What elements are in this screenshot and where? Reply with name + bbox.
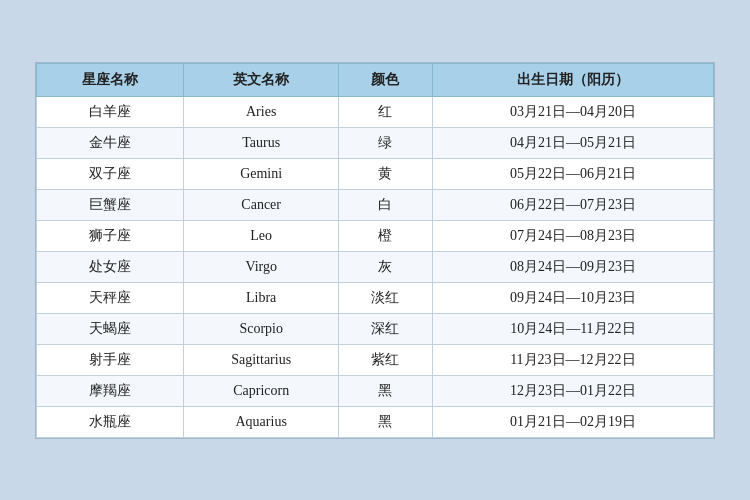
cell-dates: 10月24日—11月22日 <box>432 313 713 344</box>
table-row: 摩羯座Capricorn黑12月23日—01月22日 <box>37 375 714 406</box>
cell-dates: 04月21日—05月21日 <box>432 127 713 158</box>
cell-dates: 05月22日—06月21日 <box>432 158 713 189</box>
cell-chinese-name: 金牛座 <box>37 127 184 158</box>
header-birth-date: 出生日期（阳历） <box>432 63 713 96</box>
cell-chinese-name: 狮子座 <box>37 220 184 251</box>
cell-color: 黑 <box>339 375 433 406</box>
cell-dates: 03月21日—04月20日 <box>432 96 713 127</box>
table-row: 天蝎座Scorpio深红10月24日—11月22日 <box>37 313 714 344</box>
cell-color: 红 <box>339 96 433 127</box>
cell-color: 灰 <box>339 251 433 282</box>
cell-dates: 12月23日—01月22日 <box>432 375 713 406</box>
table-body: 白羊座Aries红03月21日—04月20日金牛座Taurus绿04月21日—0… <box>37 96 714 437</box>
table-header-row: 星座名称 英文名称 颜色 出生日期（阳历） <box>37 63 714 96</box>
cell-english-name: Capricorn <box>184 375 339 406</box>
cell-color: 橙 <box>339 220 433 251</box>
cell-color: 淡红 <box>339 282 433 313</box>
cell-english-name: Aries <box>184 96 339 127</box>
header-english-name: 英文名称 <box>184 63 339 96</box>
cell-chinese-name: 处女座 <box>37 251 184 282</box>
cell-english-name: Taurus <box>184 127 339 158</box>
zodiac-table-container: 星座名称 英文名称 颜色 出生日期（阳历） 白羊座Aries红03月21日—04… <box>35 62 715 439</box>
cell-chinese-name: 摩羯座 <box>37 375 184 406</box>
cell-dates: 11月23日—12月22日 <box>432 344 713 375</box>
cell-dates: 07月24日—08月23日 <box>432 220 713 251</box>
cell-english-name: Sagittarius <box>184 344 339 375</box>
cell-chinese-name: 射手座 <box>37 344 184 375</box>
cell-english-name: Scorpio <box>184 313 339 344</box>
cell-chinese-name: 天蝎座 <box>37 313 184 344</box>
cell-english-name: Libra <box>184 282 339 313</box>
table-row: 射手座Sagittarius紫红11月23日—12月22日 <box>37 344 714 375</box>
cell-color: 绿 <box>339 127 433 158</box>
cell-color: 黄 <box>339 158 433 189</box>
cell-chinese-name: 天秤座 <box>37 282 184 313</box>
header-color: 颜色 <box>339 63 433 96</box>
cell-chinese-name: 白羊座 <box>37 96 184 127</box>
table-row: 狮子座Leo橙07月24日—08月23日 <box>37 220 714 251</box>
cell-english-name: Aquarius <box>184 406 339 437</box>
table-row: 水瓶座Aquarius黑01月21日—02月19日 <box>37 406 714 437</box>
table-row: 巨蟹座Cancer白06月22日—07月23日 <box>37 189 714 220</box>
cell-dates: 06月22日—07月23日 <box>432 189 713 220</box>
table-row: 处女座Virgo灰08月24日—09月23日 <box>37 251 714 282</box>
table-row: 白羊座Aries红03月21日—04月20日 <box>37 96 714 127</box>
cell-color: 黑 <box>339 406 433 437</box>
cell-color: 深红 <box>339 313 433 344</box>
zodiac-table: 星座名称 英文名称 颜色 出生日期（阳历） 白羊座Aries红03月21日—04… <box>36 63 714 438</box>
cell-english-name: Virgo <box>184 251 339 282</box>
cell-chinese-name: 双子座 <box>37 158 184 189</box>
cell-english-name: Gemini <box>184 158 339 189</box>
cell-english-name: Cancer <box>184 189 339 220</box>
cell-dates: 09月24日—10月23日 <box>432 282 713 313</box>
table-row: 天秤座Libra淡红09月24日—10月23日 <box>37 282 714 313</box>
cell-chinese-name: 巨蟹座 <box>37 189 184 220</box>
table-row: 金牛座Taurus绿04月21日—05月21日 <box>37 127 714 158</box>
cell-chinese-name: 水瓶座 <box>37 406 184 437</box>
cell-color: 紫红 <box>339 344 433 375</box>
header-chinese-name: 星座名称 <box>37 63 184 96</box>
cell-color: 白 <box>339 189 433 220</box>
table-row: 双子座Gemini黄05月22日—06月21日 <box>37 158 714 189</box>
cell-dates: 08月24日—09月23日 <box>432 251 713 282</box>
cell-english-name: Leo <box>184 220 339 251</box>
cell-dates: 01月21日—02月19日 <box>432 406 713 437</box>
